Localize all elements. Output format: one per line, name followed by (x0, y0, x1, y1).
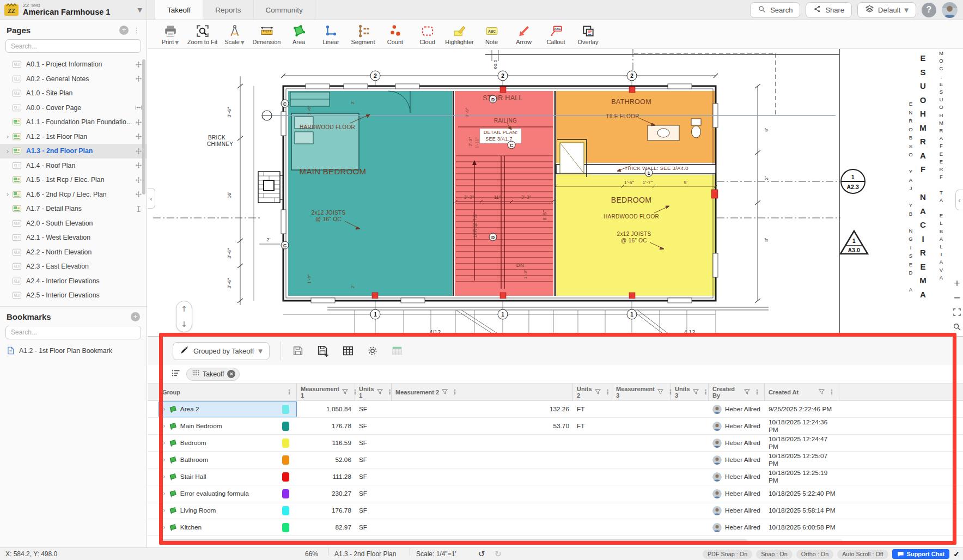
row-expand-chevron-icon[interactable]: › (163, 422, 166, 430)
filter-funnel-icon[interactable] (442, 389, 448, 395)
group-cell[interactable]: ›Living Room (159, 502, 297, 519)
sidebar-page-item-a2-3[interactable]: A2.3 - East Elevation (0, 259, 147, 274)
row-expand-chevron-icon[interactable]: › (163, 490, 166, 497)
column-header-units-2[interactable]: Units 2⋮ (573, 384, 612, 400)
toggle-ortho[interactable]: Ortho : On (796, 550, 833, 559)
column-header-units-1[interactable]: Units 1⋮ (355, 384, 392, 400)
sidebar-page-item-a1-6[interactable]: ›A1.6 - 2nd Rcp / Elec. Plan (0, 187, 147, 202)
drawing-canvas[interactable]: HARDWOOD FLOORMAIN BEDROOM2x12 JOISTS@ 1… (148, 49, 963, 336)
row-expand-chevron-icon[interactable]: › (163, 507, 166, 514)
table-row-stair-hall[interactable]: ›Stair Hall111.28SFHeber Allred10/18/202… (148, 468, 963, 485)
group-cell[interactable]: ›Main Bedroom (159, 418, 297, 434)
export-table-icon[interactable] (391, 345, 403, 357)
remove-filter-icon[interactable]: ✕ (227, 370, 235, 378)
toggle-pdf-snap[interactable]: PDF Snap : On (703, 550, 752, 559)
pan-up-icon[interactable]: ↑ (181, 305, 187, 313)
takeoff-color-swatch[interactable] (282, 405, 289, 414)
sidebar-page-item-a0-1[interactable]: A0.1 - Project Information (0, 57, 147, 72)
table-row-bathroom[interactable]: ›Bathroom52.06SFHeber Allred10/18/2025 1… (148, 452, 963, 468)
project-selector[interactable]: ZZ ZZ Test American Farmhouse 1 ▼ (0, 0, 147, 20)
magnifier-icon[interactable] (952, 322, 962, 332)
sidebar-page-item-a2-5[interactable]: A2.5 - Interior Elevations (0, 288, 147, 303)
row-expand-chevron-icon[interactable]: › (163, 405, 166, 413)
expand-chevron-icon[interactable]: › (3, 147, 12, 155)
tab-takeoff[interactable]: Takeoff (155, 0, 203, 20)
pages-search-input[interactable] (5, 39, 141, 53)
group-cell[interactable]: ›Error evaluating formula (159, 485, 297, 502)
pan-down-icon[interactable]: ↓ (181, 320, 187, 328)
sidebar-page-item-a1-4[interactable]: A1.4 - Roof Plan (0, 159, 147, 173)
column-header-group[interactable]: Group⋮ (159, 384, 297, 400)
toggle-auto-scroll[interactable]: Auto Scroll : Off (837, 550, 888, 559)
user-avatar[interactable] (942, 2, 958, 18)
table-row-kitchen[interactable]: ›Kitchen82.97SFHeber Allred10/18/2025 6:… (148, 519, 963, 536)
filter-funnel-icon[interactable] (744, 389, 750, 395)
redo-icon[interactable]: ↻ (495, 548, 502, 560)
tool-scale[interactable]: Scale▼ (218, 22, 251, 45)
sidebar-page-item-a2-2[interactable]: A2.2 - North Elevation (0, 245, 147, 260)
move-handle-icon[interactable] (135, 119, 142, 126)
column-header-units-3[interactable]: Units 3⋮ (671, 384, 709, 400)
column-menu-icon[interactable]: ⋮ (452, 388, 458, 396)
tool-highlighter[interactable]: Highlighter (443, 22, 476, 45)
table-row-bedroom[interactable]: ›Bedroom116.59SFHeber Allred10/18/2025 1… (148, 435, 963, 452)
table-horizontal-scrollbar[interactable] (162, 539, 843, 544)
move-handle-icon[interactable] (135, 191, 142, 198)
tool-cloud[interactable]: Cloud (411, 22, 443, 45)
zoom-out-icon[interactable]: − (952, 293, 962, 302)
table-row-living-room[interactable]: ›Living Room176.78SFHeber Allred10/18/20… (148, 502, 963, 519)
filter-funnel-icon[interactable] (595, 389, 601, 395)
settings-gear-icon[interactable] (367, 345, 379, 357)
tool-count[interactable]: Count (379, 22, 411, 45)
table-row-error-evaluating-formula[interactable]: ›Error evaluating formula230.27SFHeber A… (148, 485, 963, 502)
filter-funnel-icon[interactable] (693, 389, 699, 395)
column-header-created-at[interactable]: Created At⋮ (765, 384, 839, 400)
takeoff-color-swatch[interactable] (282, 439, 289, 448)
expand-chevron-icon[interactable]: › (3, 190, 12, 198)
pages-menu-icon[interactable]: ⋮ (133, 26, 140, 34)
share-button[interactable]: Share (806, 2, 852, 18)
tab-community[interactable]: Community (254, 0, 315, 20)
sidebar-page-item-a2-1[interactable]: A2.1 - West Elevation (0, 230, 147, 245)
column-menu-icon[interactable]: ⋮ (703, 388, 709, 396)
search-button[interactable]: Search (750, 2, 800, 18)
tool-dimension[interactable]: Dimension (251, 22, 283, 45)
tool-print[interactable]: Print▼ (154, 22, 186, 45)
tool-linear[interactable]: Linear (315, 22, 347, 45)
table-row-area-2[interactable]: ›Area 21,050.84SF132.26FTHeber Allred9/2… (148, 401, 963, 418)
chevron-down-icon[interactable]: ▼ (138, 7, 142, 14)
pages-scrollbar[interactable] (142, 59, 145, 194)
sidebar-page-item-a1-2[interactable]: ›A1.2 - 1st Floor Plan (0, 130, 147, 144)
tool-arrow[interactable]: Arrow (508, 22, 540, 45)
filter-funnel-icon[interactable] (377, 389, 383, 395)
column-header-measurement-2[interactable]: Measurement 2⋮ (392, 384, 573, 400)
sidebar-collapse-button[interactable]: ‹ (148, 188, 155, 209)
height-resize-icon[interactable] (135, 205, 142, 212)
row-expand-chevron-icon[interactable]: › (163, 456, 166, 464)
scale-indicator[interactable]: Scale: 1/4"=1' (416, 548, 456, 560)
move-handle-icon[interactable] (135, 148, 142, 155)
group-by-dropdown[interactable]: Grouped by Takeoff ▼ (173, 342, 270, 360)
move-handle-icon[interactable] (135, 61, 142, 68)
add-page-button[interactable]: + (119, 26, 129, 35)
table-row-main-bedroom[interactable]: ›Main Bedroom176.78SF53.70FTHeber Allred… (148, 418, 963, 435)
move-handle-icon[interactable] (135, 162, 142, 169)
group-cell[interactable]: ›Kitchen (159, 519, 297, 535)
right-panel-expand-button[interactable]: ‹ (955, 190, 963, 210)
row-expand-chevron-icon[interactable]: › (163, 473, 166, 480)
takeoff-color-swatch[interactable] (282, 455, 289, 465)
group-cell[interactable]: ›Bedroom (159, 435, 297, 451)
support-chat-button[interactable]: Support Chat (892, 549, 950, 559)
tool-zoom-to-fit[interactable]: Zoom to Fit (186, 22, 218, 45)
bookmark-item[interactable]: A1.2 - 1st Floor Plan Bookmark (0, 344, 147, 358)
filter-funnel-icon[interactable] (657, 389, 663, 395)
move-handle-icon[interactable] (135, 133, 142, 140)
table-grid-icon[interactable] (342, 345, 354, 357)
group-cell[interactable]: ›Bathroom (159, 452, 297, 468)
takeoff-color-swatch[interactable] (282, 523, 289, 532)
sidebar-page-item-a1-1[interactable]: A1.1 - Foundation Plan Foundatio... (0, 115, 147, 130)
filter-list-icon[interactable] (172, 369, 180, 380)
column-menu-icon[interactable]: ⋮ (605, 388, 611, 396)
sidebar-page-item-a1-3[interactable]: ›A1.3 - 2nd Floor Plan (0, 144, 147, 159)
expand-chevron-icon[interactable]: › (3, 132, 12, 141)
